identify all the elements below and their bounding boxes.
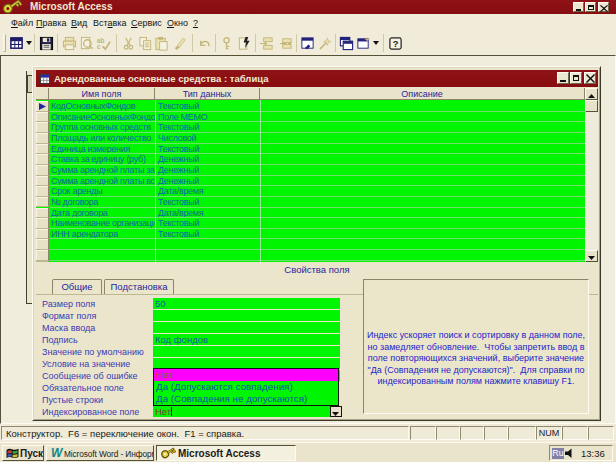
svg-text:c: c [97,43,101,50]
svg-text:?: ? [393,39,399,49]
